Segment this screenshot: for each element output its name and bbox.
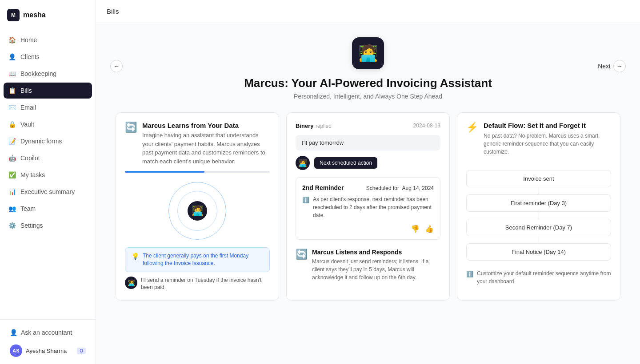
- chat-bubble: I'll pay tomorrow: [296, 135, 440, 150]
- flow-desc: No past data? No problem. Marcus uses a …: [484, 132, 611, 156]
- cards-row: 🔄 Marcus Learns from Your Data Imagine h…: [101, 109, 635, 315]
- ai-visual: 🧑‍💻: [125, 180, 270, 242]
- progress-bar-wrap: [125, 171, 270, 173]
- ai-avatar-small: 🧑‍💻: [188, 201, 207, 221]
- thumbup-button[interactable]: 👍: [425, 225, 434, 233]
- sidebar-nav: 🏠 Home 👤 Clients 📖 Bookkeeping 📋 Bills ✉…: [0, 28, 96, 319]
- chat-replied: replied: [316, 123, 332, 129]
- team-icon: 👥: [8, 205, 16, 213]
- bills-icon: 📋: [8, 87, 16, 95]
- settings-label: Settings: [20, 222, 43, 229]
- listens-desc: Marcus doesn't just send reminders; it l…: [312, 257, 440, 281]
- home-icon: 🏠: [8, 36, 16, 44]
- flow-icon: ⚡: [466, 122, 478, 133]
- flow-step-1: First reminder (Day 3): [466, 194, 611, 212]
- listens-icon: 🔄: [296, 249, 308, 260]
- card-chat: Binery replied 2024-08-13 I'll pay tomor…: [286, 112, 450, 301]
- card2-bottom-header: 🔄 Marcus Listens and Responds Marcus doe…: [296, 249, 440, 281]
- bookkeeping-icon: 📖: [8, 70, 16, 78]
- message-row: 🧑‍💻 I'll send a reminder on Tuesday if t…: [125, 277, 270, 292]
- clients-icon: 👤: [8, 53, 16, 61]
- hero-avatar: 🧑‍💻: [352, 37, 384, 69]
- user-avatar-sm: 🧑‍💻: [296, 156, 310, 170]
- logo: M mesha: [0, 0, 96, 28]
- customize-note-text: Customize your default reminder sequence…: [477, 269, 611, 285]
- person-icon: 👤: [10, 329, 17, 336]
- chat-date: 2024-08-13: [413, 123, 440, 129]
- chat-header: Binery replied 2024-08-13: [296, 122, 440, 130]
- bills-label: Bills: [20, 87, 32, 94]
- sidebar-item-bookkeeping[interactable]: 📖 Bookkeeping: [4, 66, 92, 82]
- avatar: AS: [10, 344, 22, 357]
- copilot-icon: 🤖: [8, 154, 16, 162]
- sidebar-item-team[interactable]: 👥 Team: [4, 201, 92, 217]
- logo-icon: M: [7, 9, 20, 21]
- sidebar-item-home[interactable]: 🏠 Home: [4, 32, 92, 48]
- email-label: Email: [20, 104, 36, 111]
- executive-summary-icon: 📊: [8, 188, 16, 196]
- vault-icon: 🔒: [8, 120, 16, 128]
- team-label: Team: [20, 205, 36, 212]
- progress-bar-fill: [125, 171, 204, 173]
- reminder-scheduled-row: Scheduled for Aug 14, 2024: [366, 184, 434, 192]
- customize-note: ℹ️ Customize your default reminder seque…: [466, 269, 611, 285]
- sidebar-item-copilot[interactable]: 🤖 Copilot: [4, 150, 92, 166]
- clients-label: Clients: [20, 53, 40, 60]
- user-row: AS Ayesha Sharma O: [5, 340, 90, 359]
- card-default-flow: ⚡ Default Flow: Set It and Forget It No …: [457, 112, 620, 301]
- flow-header: ⚡ Default Flow: Set It and Forget It No …: [466, 122, 611, 165]
- msg-avatar: 🧑‍💻: [125, 277, 137, 289]
- reminder-title: 2nd Reminder: [302, 184, 344, 191]
- user-badge: O: [77, 348, 86, 354]
- card2-bottom: 🔄 Marcus Listens and Responds Marcus doe…: [296, 249, 440, 281]
- reminder-actions: 👎 👍: [302, 225, 434, 233]
- hero-emoji: 🧑‍💻: [358, 44, 378, 63]
- prev-arrow-icon: ←: [110, 60, 123, 72]
- executive-summary-label: Executive summary: [20, 188, 75, 195]
- sidebar-item-settings[interactable]: ⚙️ Settings: [4, 218, 92, 233]
- bookkeeping-label: Bookkeeping: [20, 70, 56, 77]
- sidebar-item-clients[interactable]: 👤 Clients: [4, 49, 92, 65]
- flow-connector-0: [539, 187, 539, 194]
- logo-text: mesha: [23, 11, 46, 19]
- info-icon: ℹ️: [302, 196, 309, 205]
- next-action-badge: Next scheduled action: [314, 157, 377, 169]
- sidebar-bottom: 👤 Ask an accountant AS Ayesha Sharma O: [0, 319, 96, 364]
- sidebar-item-vault[interactable]: 🔒 Vault: [4, 116, 92, 132]
- flow-connector-1: [539, 212, 539, 219]
- learns-desc: Imagine having an assistant that underst…: [142, 131, 270, 166]
- sidebar-item-executive-summary[interactable]: 📊 Executive summary: [4, 184, 92, 200]
- main-area: Bills ← 🧑‍💻 Marcus: Your AI-Powered Invo…: [96, 0, 640, 364]
- chat-sender-row: Binery replied: [296, 122, 332, 130]
- reminder-body-text: As per client's response, next reminder …: [313, 195, 434, 219]
- sidebar-item-bills[interactable]: 📋 Bills: [4, 83, 92, 99]
- ask-accountant-button[interactable]: 👤 Ask an accountant: [5, 325, 90, 340]
- my-tasks-label: My tasks: [20, 171, 45, 178]
- reminder-box: 2nd Reminder Scheduled for Aug 14, 2024 …: [296, 177, 440, 240]
- customize-info-icon: ℹ️: [466, 270, 473, 279]
- topbar-title: Bills: [107, 8, 119, 15]
- hero-title: Marcus: Your AI-Powered Invoicing Assist…: [244, 76, 492, 90]
- my-tasks-icon: ✅: [8, 171, 16, 179]
- reminder-body: ℹ️ As per client's response, next remind…: [302, 195, 434, 219]
- flow-steps: Invoice sentFirst reminder (Day 3)Second…: [466, 170, 611, 261]
- sidebar-item-email[interactable]: ✉️ Email: [4, 99, 92, 115]
- next-button[interactable]: Next →: [598, 60, 626, 72]
- thumbdown-button[interactable]: 👎: [411, 225, 420, 233]
- scheduled-date: Aug 14, 2024: [402, 185, 434, 191]
- reminder-header: 2nd Reminder Scheduled for Aug 14, 2024: [302, 184, 434, 192]
- learns-title: Marcus Learns from Your Data: [142, 122, 270, 129]
- next-action-row: 🧑‍💻 Next scheduled action: [296, 156, 440, 170]
- vault-label: Vault: [20, 121, 34, 128]
- sidebar: M mesha 🏠 Home 👤 Clients 📖 Bookkeeping 📋…: [0, 0, 96, 364]
- sidebar-item-my-tasks[interactable]: ✅ My tasks: [4, 167, 92, 183]
- scheduled-label: Scheduled for: [366, 185, 399, 191]
- home-label: Home: [20, 36, 37, 44]
- learns-icon: 🔄: [125, 122, 137, 133]
- next-arrow-icon: →: [613, 60, 626, 72]
- listens-title: Marcus Listens and Responds: [312, 249, 440, 256]
- dynamic-forms-label: Dynamic forms: [20, 138, 62, 145]
- sidebar-item-dynamic-forms[interactable]: 📝 Dynamic forms: [4, 133, 92, 149]
- prev-button[interactable]: ←: [110, 60, 123, 72]
- content: ← 🧑‍💻 Marcus: Your AI-Powered Invoicing …: [96, 23, 640, 364]
